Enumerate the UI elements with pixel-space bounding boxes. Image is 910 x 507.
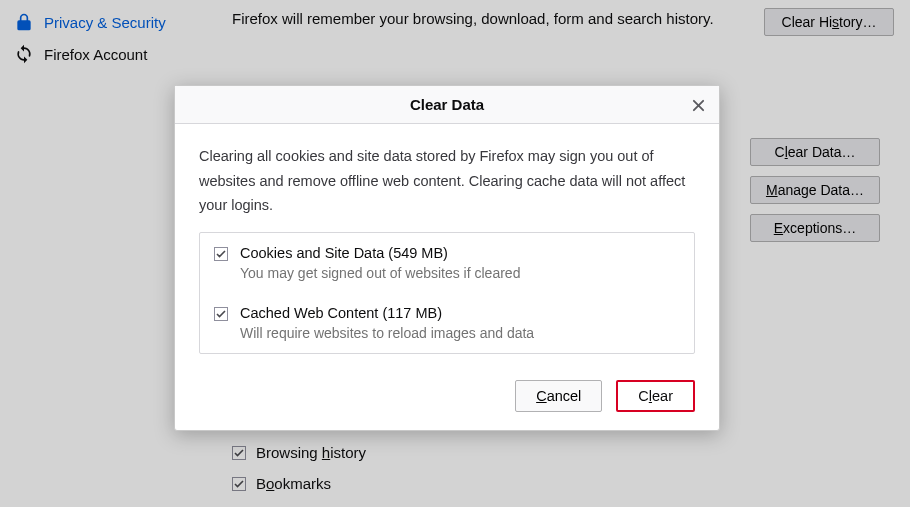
close-icon[interactable] — [687, 94, 709, 116]
cancel-button[interactable]: Cancel — [515, 380, 602, 412]
clear-button[interactable]: Clear — [616, 380, 695, 412]
checkbox-icon — [214, 307, 228, 321]
option-subtitle: Will require websites to reload images a… — [240, 325, 534, 341]
dialog-footer: Cancel Clear — [175, 370, 719, 430]
clear-data-dialog: Clear Data Clearing all cookies and site… — [174, 85, 720, 431]
clear-options-box: Cookies and Site Data (549 MB) You may g… — [199, 232, 695, 354]
checkbox-icon — [214, 247, 228, 261]
option-title: Cached Web Content (117 MB) — [240, 305, 534, 321]
dialog-title: Clear Data — [410, 96, 484, 113]
option-cached-web-content[interactable]: Cached Web Content (117 MB) Will require… — [200, 293, 694, 353]
option-subtitle: You may get signed out of websites if cl… — [240, 265, 520, 281]
dialog-body: Clearing all cookies and site data store… — [175, 124, 719, 370]
option-title: Cookies and Site Data (549 MB) — [240, 245, 520, 261]
dialog-header: Clear Data — [175, 86, 719, 124]
option-cookies-site-data[interactable]: Cookies and Site Data (549 MB) You may g… — [200, 233, 694, 293]
dialog-description: Clearing all cookies and site data store… — [199, 144, 695, 218]
